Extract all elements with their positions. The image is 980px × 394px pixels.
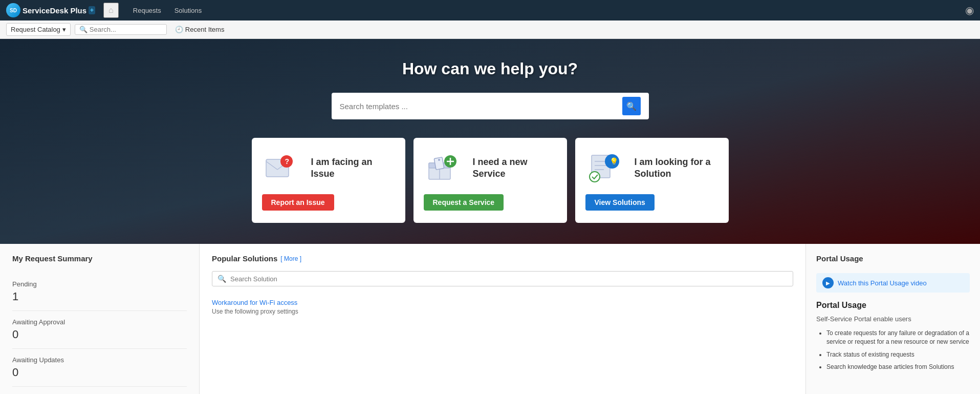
brand: SD ServiceDesk Plus + (6, 3, 95, 17)
watch-video-text: Watch this Portal Usage video (838, 279, 927, 287)
portal-usage-panel: Portal Usage ▶ Watch this Portal Usage v… (806, 244, 980, 394)
request-summary-title: My Request Summary (12, 254, 187, 263)
solution-card-title: I am looking for a Solution (635, 156, 718, 180)
solution-illustration: 💡 (585, 150, 626, 186)
svg-text:💡: 💡 (609, 157, 619, 166)
pending-value: 1 (12, 290, 187, 303)
svg-text:?: ? (285, 157, 289, 165)
catalog-select[interactable]: Request Catalog ▾ (6, 23, 71, 36)
catalog-select-label: Request Catalog (11, 26, 60, 33)
service-illustration (424, 150, 465, 186)
recent-items-label: Recent Items (185, 26, 225, 33)
solution-card-top: 💡 I am looking for a Solution (585, 150, 718, 186)
awaiting-approval-value: 0 (12, 328, 187, 341)
bottom-section: My Request Summary Pending 1 Awaiting Ap… (0, 244, 980, 394)
cards-row: ? I am facing an Issue Report an Issue (252, 138, 729, 223)
awaiting-approval-item: Awaiting Approval 0 (12, 311, 187, 349)
nav-solutions[interactable]: Solutions (168, 5, 208, 16)
portal-list: To create requests for any failure or de… (816, 329, 970, 371)
more-link[interactable]: [ More ] (280, 255, 301, 262)
recent-items-button[interactable]: 🕘 Recent Items (171, 24, 229, 35)
search-input[interactable] (90, 26, 156, 33)
service-card-top: I need a new Service (424, 150, 557, 186)
issue-illustration: ? (262, 150, 303, 186)
search-templates-button[interactable]: 🔍 (622, 97, 641, 115)
awaiting-updates-value: 0 (12, 366, 187, 379)
solution-search-input[interactable] (230, 275, 788, 283)
svg-point-9 (438, 159, 440, 161)
report-issue-button[interactable]: Report an Issue (262, 194, 334, 211)
portal-usage-section-title: Portal Usage (816, 254, 970, 263)
service-icon-wrap (424, 150, 465, 186)
brand-logo: SD (6, 3, 20, 17)
watch-video-row[interactable]: ▶ Watch this Portal Usage video (816, 273, 970, 293)
view-solutions-button[interactable]: View Solutions (585, 194, 655, 211)
search-templates-wrap: 🔍 (332, 93, 649, 119)
awaiting-updates-label: Awaiting Updates (12, 356, 187, 364)
issue-icon-wrap: ? (262, 150, 303, 186)
solution-desc: Use the following proxy settings (212, 308, 793, 315)
chevron-down-icon: ▾ (62, 26, 66, 33)
solution-card: 💡 I am looking for a Solution View Solut… (575, 138, 729, 223)
hero-title: How can we help you? (402, 59, 578, 78)
portal-list-item-1: To create requests for any failure or de… (826, 329, 970, 346)
service-card: I need a new Service Request a Service (413, 138, 567, 223)
pending-item: Pending 1 (12, 273, 187, 311)
pending-label: Pending (12, 280, 187, 288)
solution-search-icon: 🔍 (217, 275, 226, 283)
brand-plus: + (89, 6, 95, 14)
popular-solutions-title: Popular Solutions (212, 254, 277, 263)
solution-icon-wrap: 💡 (585, 150, 626, 186)
nav-links: Requests Solutions (127, 5, 208, 16)
portal-usage-title: Portal Usage (816, 301, 970, 310)
topnav: SD ServiceDesk Plus + ⌂ Requests Solutio… (0, 0, 980, 20)
solution-item: Workaround for Wi-Fi access Use the foll… (212, 295, 793, 319)
awaiting-approval-label: Awaiting Approval (12, 318, 187, 326)
awaiting-updates-item: Awaiting Updates 0 (12, 349, 187, 387)
hero-section: How can we help you? 🔍 ? (0, 39, 980, 244)
subtoolbar: Request Catalog ▾ 🔍 🕘 Recent Items (0, 20, 980, 39)
issue-card: ? I am facing an Issue Report an Issue (252, 138, 405, 223)
portal-subtitle: Self-Service Portal enable users (816, 315, 970, 323)
home-button[interactable]: ⌂ (103, 3, 119, 18)
search-bar: 🔍 (75, 24, 167, 35)
portal-list-item-2: Track status of existing requests (826, 350, 970, 359)
request-service-button[interactable]: Request a Service (424, 194, 504, 211)
play-icon: ▶ (822, 277, 834, 288)
nav-requests[interactable]: Requests (127, 5, 167, 16)
popular-solutions-title-row: Popular Solutions [ More ] (212, 254, 793, 263)
portal-list-item-3: Search knowledge base articles from Solu… (826, 363, 970, 371)
search-icon: 🔍 (79, 26, 88, 33)
solution-title[interactable]: Workaround for Wi-Fi access (212, 299, 793, 306)
clock-icon: 🕘 (175, 26, 183, 33)
issue-card-top: ? I am facing an Issue (262, 150, 395, 186)
popular-solutions-panel: Popular Solutions [ More ] 🔍 Workaround … (200, 244, 806, 394)
request-summary-panel: My Request Summary Pending 1 Awaiting Ap… (0, 244, 200, 394)
issue-card-title: I am facing an Issue (311, 156, 395, 180)
user-icon[interactable]: ◉ (965, 4, 974, 16)
search-templates-input[interactable] (340, 102, 618, 111)
svg-point-17 (590, 172, 600, 182)
solution-search-wrap: 🔍 (212, 271, 793, 286)
service-card-title: I need a new Service (473, 156, 557, 180)
brand-name: ServiceDesk Plus (23, 6, 86, 15)
search-icon-btn: 🔍 (626, 101, 637, 111)
